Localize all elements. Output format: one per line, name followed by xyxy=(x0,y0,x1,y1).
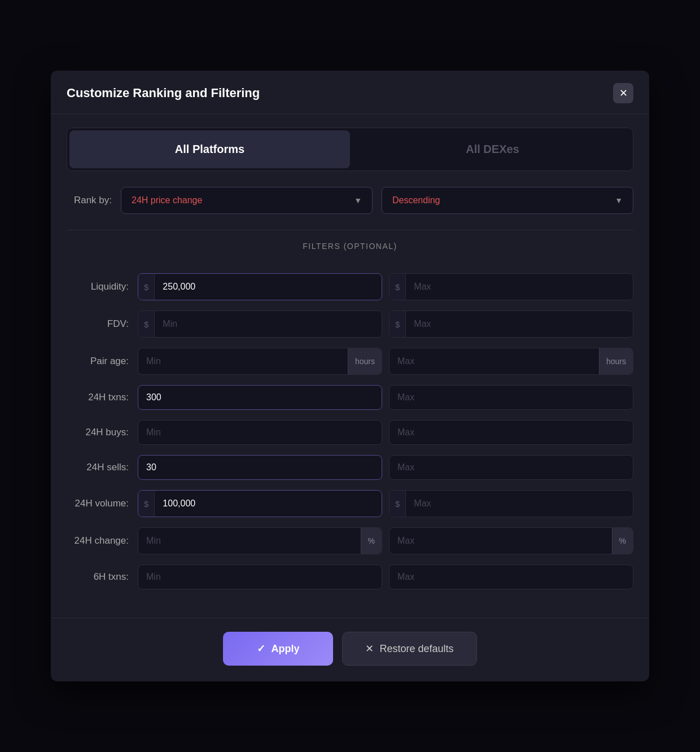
buys-min-group xyxy=(138,420,382,445)
fdv-min-prefix: $ xyxy=(138,311,155,337)
rank-by-wrapper: 24H price change ▼ xyxy=(121,187,373,214)
change-max-suffix: % xyxy=(612,528,633,554)
order-wrapper: Descending ▼ xyxy=(382,187,633,214)
filter-inputs-24h-volume: $ $ xyxy=(138,490,633,517)
filter-label-24h-txns: 24H txns: xyxy=(67,392,129,403)
sells-min-group xyxy=(138,455,382,480)
filter-row-fdv: FDV: $ $ xyxy=(67,311,633,338)
pair-age-max-suffix: hours xyxy=(599,348,633,374)
change-max-input[interactable] xyxy=(390,529,612,553)
sells-min-input[interactable] xyxy=(138,456,382,479)
close-button[interactable]: ✕ xyxy=(613,83,633,103)
pair-age-min-input[interactable] xyxy=(138,349,348,373)
fdv-min-input[interactable] xyxy=(155,312,382,336)
txns-min-group xyxy=(138,385,382,410)
filter-row-6h-txns: 6H txns: xyxy=(67,565,633,589)
filter-label-pair-age: Pair age: xyxy=(67,356,129,367)
volume-min-group: $ xyxy=(138,490,382,517)
rank-row: Rank by: 24H price change ▼ Descending ▼ xyxy=(67,187,633,214)
pair-age-min-group: hours xyxy=(138,348,382,375)
restore-label: Restore defaults xyxy=(379,643,453,655)
sells-max-group xyxy=(389,455,633,480)
modal-body: All Platforms All DEXes Rank by: 24H pri… xyxy=(51,114,649,613)
txns-max-group xyxy=(389,385,633,410)
apply-check-icon: ✓ xyxy=(257,642,265,655)
filter-inputs-fdv: $ $ xyxy=(138,311,633,338)
order-value: Descending xyxy=(392,195,440,206)
change-min-group: % xyxy=(138,527,382,554)
filters-title: FILTERS (OPTIONAL) xyxy=(67,230,633,260)
restore-defaults-button[interactable]: ✕ Restore defaults xyxy=(342,632,476,666)
platform-tabs: All Platforms All DEXes xyxy=(67,128,633,171)
rank-by-chevron: ▼ xyxy=(354,196,362,205)
filter-row-24h-buys: 24H buys: xyxy=(67,420,633,445)
filter-row-24h-volume: 24H volume: $ $ xyxy=(67,490,633,517)
order-chevron: ▼ xyxy=(615,196,623,205)
fdv-min-group: $ xyxy=(138,311,382,338)
filter-row-liquidity: Liquidity: $ $ xyxy=(67,273,633,300)
apply-button[interactable]: ✓ Apply xyxy=(223,632,333,666)
apply-label: Apply xyxy=(271,643,299,655)
modal-container: Customize Ranking and Filtering ✕ All Pl… xyxy=(51,71,649,681)
modal-overlay: Customize Ranking and Filtering ✕ All Pl… xyxy=(0,0,700,752)
modal-footer: ✓ Apply ✕ Restore defaults xyxy=(51,618,649,681)
6h-txns-min-group xyxy=(138,565,382,589)
filter-inputs-liquidity: $ $ xyxy=(138,273,633,300)
order-select[interactable]: Descending ▼ xyxy=(382,187,633,214)
buys-max-group xyxy=(389,420,633,445)
fdv-max-prefix: $ xyxy=(390,311,406,337)
volume-max-group: $ xyxy=(389,490,633,517)
volume-min-input[interactable] xyxy=(155,492,382,515)
modal-title: Customize Ranking and Filtering xyxy=(67,86,260,100)
liquidity-max-prefix: $ xyxy=(390,274,406,300)
liquidity-min-group: $ xyxy=(138,273,382,300)
pair-age-min-suffix: hours xyxy=(348,348,382,374)
change-min-suffix: % xyxy=(361,528,382,554)
tab-all-platforms[interactable]: All Platforms xyxy=(69,130,350,168)
modal-header: Customize Ranking and Filtering ✕ xyxy=(51,71,649,114)
txns-min-input[interactable] xyxy=(138,386,382,409)
rank-by-select[interactable]: 24H price change ▼ xyxy=(121,187,373,214)
restore-x-icon: ✕ xyxy=(365,642,374,655)
liquidity-min-input[interactable] xyxy=(155,275,382,299)
liquidity-max-input[interactable] xyxy=(406,275,633,299)
filter-row-pair-age: Pair age: hours hours xyxy=(67,348,633,375)
change-max-group: % xyxy=(389,527,633,554)
filter-label-24h-sells: 24H sells: xyxy=(67,462,129,473)
rank-by-value: 24H price change xyxy=(132,195,202,206)
filter-inputs-pair-age: hours hours xyxy=(138,348,633,375)
tab-all-dexes[interactable]: All DEXes xyxy=(352,128,633,170)
volume-max-input[interactable] xyxy=(406,492,633,515)
filter-label-24h-volume: 24H volume: xyxy=(67,498,129,509)
volume-min-prefix: $ xyxy=(138,491,155,517)
liquidity-min-prefix: $ xyxy=(138,274,155,300)
rank-label: Rank by: xyxy=(67,195,112,206)
volume-max-prefix: $ xyxy=(390,491,406,517)
filter-label-24h-buys: 24H buys: xyxy=(67,427,129,438)
filter-inputs-24h-change: % % xyxy=(138,527,633,554)
filter-row-24h-change: 24H change: % % xyxy=(67,527,633,554)
txns-max-input[interactable] xyxy=(390,386,633,409)
filter-inputs-6h-txns xyxy=(138,565,633,589)
filter-row-24h-txns: 24H txns: xyxy=(67,385,633,410)
change-min-input[interactable] xyxy=(138,529,361,553)
buys-max-input[interactable] xyxy=(390,421,633,444)
fdv-max-input[interactable] xyxy=(406,312,633,336)
filter-inputs-24h-sells xyxy=(138,455,633,480)
6h-txns-max-group xyxy=(389,565,633,589)
filter-row-24h-sells: 24H sells: xyxy=(67,455,633,480)
fdv-max-group: $ xyxy=(389,311,633,338)
filter-inputs-24h-buys xyxy=(138,420,633,445)
pair-age-max-input[interactable] xyxy=(390,349,599,373)
filter-label-fdv: FDV: xyxy=(67,318,129,330)
sells-max-input[interactable] xyxy=(390,456,633,479)
filter-label-24h-change: 24H change: xyxy=(67,535,129,546)
filter-inputs-24h-txns xyxy=(138,385,633,410)
buys-min-input[interactable] xyxy=(138,421,382,444)
6h-txns-max-input[interactable] xyxy=(390,565,633,589)
filter-label-6h-txns: 6H txns: xyxy=(67,571,129,583)
6h-txns-min-input[interactable] xyxy=(138,565,382,589)
liquidity-max-group: $ xyxy=(389,273,633,300)
filter-label-liquidity: Liquidity: xyxy=(67,281,129,292)
pair-age-max-group: hours xyxy=(389,348,633,375)
